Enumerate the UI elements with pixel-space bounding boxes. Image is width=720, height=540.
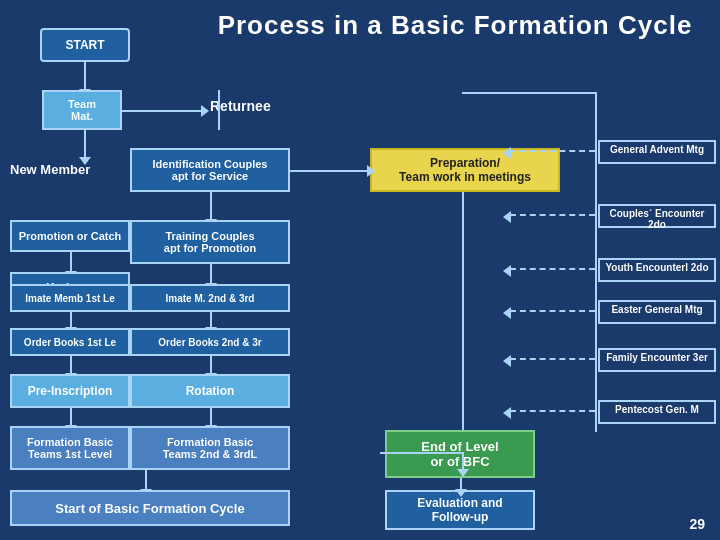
arrow-imate1-order1 [70, 312, 72, 328]
identification-label: Identification Couples apt for Service [153, 158, 268, 182]
dashed-arrow-5 [510, 358, 595, 360]
formation-basic-1-label: Formation Basic Teams 1st Level [27, 436, 113, 460]
easter-general-box: Easter General Mtg [598, 300, 716, 324]
formation-basic-2-label: Formation Basic Teams 2nd & 3rdL [163, 436, 258, 460]
dashed-arrow-3 [510, 268, 595, 270]
pre-inscription-box: Pre-Inscription [10, 374, 130, 408]
arrow-promo-kerigma [70, 252, 72, 272]
dashed-arrow-1 [510, 150, 595, 152]
top-hline [462, 92, 595, 94]
pentecost-box: Pentecost Gen. M [598, 400, 716, 424]
training-label: Training Couples apt for Promotion [164, 230, 256, 254]
formation-basic-1-box: Formation Basic Teams 1st Level [10, 426, 130, 470]
youth-encounter-label: Youth EncounterI 2do [605, 262, 708, 273]
page-number: 29 [689, 516, 705, 532]
formation-basic-2-box: Formation Basic Teams 2nd & 3rdL [130, 426, 290, 470]
team-mat-box: Team Mat. [42, 90, 122, 130]
returnee-vline [218, 90, 220, 130]
new-member-label: New Member [10, 162, 90, 177]
arrow-start-to-team [84, 62, 86, 90]
start-box: START [40, 28, 130, 62]
order-books-2-label: Order Books 2nd & 3r [158, 337, 261, 348]
family-encounter-label: Family Encounter 3er [606, 352, 708, 363]
arrow-rotation-form2 [210, 408, 212, 426]
dashed-arrow-2 [510, 214, 595, 216]
arrow-endlevel-eval [460, 478, 462, 490]
arrow-order1-preinsc [70, 356, 72, 374]
imate-memb-2-box: Imate M. 2nd & 3rd [130, 284, 290, 312]
rotation-box: Rotation [130, 374, 290, 408]
general-advent-box: General Advent Mtg [598, 140, 716, 164]
pentecost-label: Pentecost Gen. M [615, 404, 699, 415]
training-box: Training Couples apt for Promotion [130, 220, 290, 264]
arrow-ident-down [210, 192, 212, 220]
arrow-preinsc-form1 [70, 408, 72, 426]
preparation-box: Preparation/ Team work in meetings [370, 148, 560, 192]
intimate-memb-1-label: Imate Memb 1st Le [25, 293, 114, 304]
promotion-box: Promotion or Catch [10, 220, 130, 252]
dashed-arrow-6 [510, 410, 595, 412]
arrow-team-newmember [84, 130, 86, 158]
rotation-label: Rotation [186, 384, 235, 398]
order-books-1-label: Order Books 1st Le [24, 337, 116, 348]
couples-encounter-label: Couples´ Encounter 2do [609, 208, 704, 230]
main-page: Process in a Basic Formation Cycle START… [0, 0, 720, 540]
evaluation-label: Evaluation and Follow-up [417, 496, 502, 524]
identification-box: Identification Couples apt for Service [130, 148, 290, 192]
arrow-order2-rotation [210, 356, 212, 374]
order-books-2-box: Order Books 2nd & 3r [130, 328, 290, 356]
intimate-memb-2-label: Imate M. 2nd & 3rd [166, 293, 255, 304]
arrow-team-returnee [122, 110, 202, 112]
order-books-1-box: Order Books 1st Le [10, 328, 130, 356]
easter-general-label: Easter General Mtg [611, 304, 702, 315]
start-cycle-label: Start of Basic Formation Cycle [55, 501, 244, 516]
arrow-rvline-endlevel [462, 452, 464, 470]
right-main-vline [595, 92, 597, 432]
pre-inscription-label: Pre-Inscription [28, 384, 113, 398]
couples-encounter-box: Couples´ Encounter 2do [598, 204, 716, 228]
arrow-form-start [145, 470, 147, 490]
general-advent-label: General Advent Mtg [610, 144, 704, 155]
hline-to-endlevel [380, 452, 462, 454]
prep-vline-down [462, 192, 464, 452]
youth-encounter-box: Youth EncounterI 2do [598, 258, 716, 282]
start-cycle-box: Start of Basic Formation Cycle [10, 490, 290, 526]
team-mat-label: Team Mat. [68, 98, 96, 122]
imate-memb-1-box: Imate Memb 1st Le [10, 284, 130, 312]
promotion-label: Promotion or Catch [19, 230, 122, 242]
preparation-label: Preparation/ Team work in meetings [399, 156, 531, 184]
main-title: Process in a Basic Formation Cycle [200, 10, 710, 41]
end-level-label: End of Level or of BFC [421, 439, 498, 469]
arrow-ident-prep [290, 170, 368, 172]
dashed-arrow-4 [510, 310, 595, 312]
arrow-training-down [210, 264, 212, 284]
arrow-imate2-order2 [210, 312, 212, 328]
family-encounter-box: Family Encounter 3er [598, 348, 716, 372]
